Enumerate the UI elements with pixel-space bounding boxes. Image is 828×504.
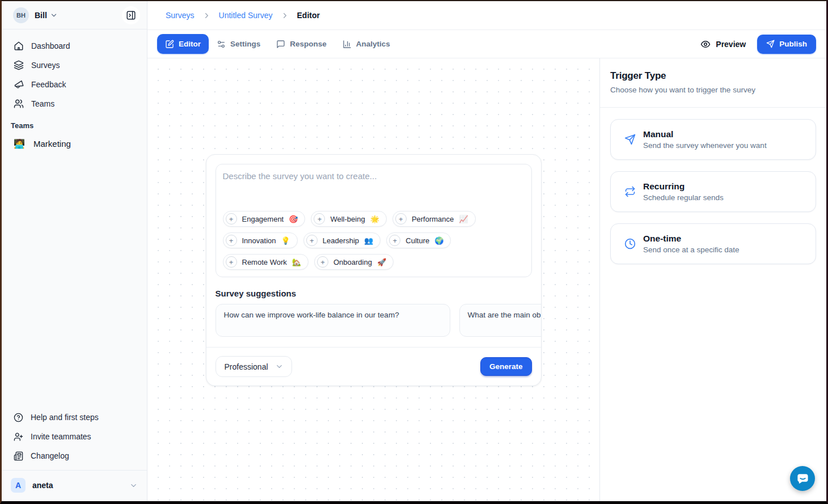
sidebar-item-changelog[interactable]: Changelog xyxy=(6,446,142,465)
topic-chip-leadership[interactable]: +Leadership👥 xyxy=(303,232,381,248)
sidebar-nav: Dashboard Surveys Feedback Teams xyxy=(2,29,147,113)
topic-chip-engagement[interactable]: +Engagement🎯 xyxy=(223,211,306,227)
generate-button[interactable]: Generate xyxy=(480,357,532,376)
option-description: Send the survey whenever you want xyxy=(643,141,767,150)
bulb-emoji-icon: 💡 xyxy=(281,236,290,245)
topic-chips: +Engagement🎯 +Well-being🌟 +Performance📈 … xyxy=(223,206,525,270)
publish-label: Publish xyxy=(779,40,807,48)
chip-label: Performance xyxy=(412,215,454,223)
topic-chip-well-being[interactable]: +Well-being🌟 xyxy=(311,211,386,227)
sidebar-item-marketing[interactable]: 🧑‍💻 Marketing xyxy=(2,133,147,154)
home-icon xyxy=(14,41,24,51)
chevron-right-icon xyxy=(281,11,289,20)
plus-icon: + xyxy=(226,213,237,225)
sidebar-item-teams[interactable]: Teams xyxy=(6,94,142,113)
plus-icon: + xyxy=(226,256,237,268)
chat-bubble-icon xyxy=(796,472,809,485)
star-emoji-icon: 🌟 xyxy=(370,215,379,223)
send-icon xyxy=(766,40,775,48)
publish-button[interactable]: Publish xyxy=(757,35,816,54)
topic-chip-remote-work[interactable]: +Remote Work🏡 xyxy=(223,254,309,270)
account-name: aneta xyxy=(32,481,53,490)
trigger-options-list: Manual Send the survey whenever you want… xyxy=(600,108,826,276)
trigger-type-panel: Trigger Type Choose how you want to trig… xyxy=(599,58,826,501)
tab-label: Response xyxy=(290,40,327,48)
topic-chip-culture[interactable]: +Culture🌍 xyxy=(386,232,451,248)
chip-label: Onboarding xyxy=(333,258,372,266)
bar-chart-icon xyxy=(343,40,352,49)
plus-icon: + xyxy=(306,235,318,246)
sidebar-footer: Help and first steps Invite teammates Ch… xyxy=(2,404,147,465)
option-title: Manual xyxy=(643,129,767,139)
topic-chip-onboarding[interactable]: +Onboarding🚀 xyxy=(314,254,394,270)
rocket-emoji-icon: 🚀 xyxy=(377,258,386,266)
chat-support-button[interactable] xyxy=(790,466,815,491)
team-name: Marketing xyxy=(33,139,71,149)
globe-emoji-icon: 🌍 xyxy=(434,236,443,245)
main-area: Surveys Untitled Survey Editor Editor xyxy=(147,1,826,501)
sidebar-item-surveys[interactable]: Surveys xyxy=(6,56,142,75)
house-emoji-icon: 🏡 xyxy=(292,258,301,266)
sidebar-item-dashboard[interactable]: Dashboard xyxy=(6,36,142,56)
tab-label: Editor xyxy=(179,40,201,48)
tab-analytics[interactable]: Analytics xyxy=(335,34,398,54)
eye-icon xyxy=(700,39,711,49)
help-circle-icon xyxy=(14,413,23,422)
trigger-option-one-time[interactable]: One-time Send once at a specific date xyxy=(610,223,816,264)
breadcrumb-surveys[interactable]: Surveys xyxy=(166,11,195,20)
plus-icon: + xyxy=(395,213,407,225)
chip-label: Innovation xyxy=(242,236,276,245)
teams-section-label: Teams xyxy=(2,113,147,133)
plus-icon: + xyxy=(314,213,325,225)
trigger-option-recurring[interactable]: Recurring Schedule regular sends xyxy=(610,171,816,212)
sidebar-item-invite[interactable]: Invite teammates xyxy=(6,427,142,446)
breadcrumb-untitled-survey[interactable]: Untitled Survey xyxy=(219,11,273,20)
layers-icon xyxy=(14,60,24,70)
tone-value: Professional xyxy=(225,362,268,371)
sidebar: BH Bill Dashboard Surv xyxy=(2,1,147,501)
account-menu[interactable]: A aneta xyxy=(6,476,142,494)
option-description: Schedule regular sends xyxy=(643,193,724,202)
trigger-option-manual[interactable]: Manual Send the survey whenever you want xyxy=(610,119,816,160)
plus-icon: + xyxy=(317,256,328,268)
clock-icon xyxy=(624,238,636,249)
tone-select[interactable]: Professional xyxy=(216,356,292,377)
composer-footer: Professional Generate xyxy=(206,347,541,386)
chip-label: Culture xyxy=(405,236,429,245)
sidebar-item-label: Feedback xyxy=(31,80,66,89)
suggestion-card[interactable]: What are the main ob xyxy=(459,304,541,337)
megaphone-icon xyxy=(14,79,24,90)
option-title: One-time xyxy=(643,234,740,244)
panel-subtitle: Choose how you want to trigger the surve… xyxy=(610,86,816,94)
sidebar-item-label: Dashboard xyxy=(31,41,70,50)
option-title: Recurring xyxy=(643,181,724,192)
workspace-switcher[interactable]: BH Bill xyxy=(2,1,147,29)
send-icon xyxy=(624,134,636,145)
collapse-sidebar-button[interactable] xyxy=(122,6,140,24)
preview-button[interactable]: Preview xyxy=(700,39,746,49)
tab-settings[interactable]: Settings xyxy=(209,34,268,54)
panel-title: Trigger Type xyxy=(610,70,816,82)
survey-description-input[interactable] xyxy=(223,171,525,206)
suggestions-title: Survey suggestions xyxy=(206,277,541,304)
suggestion-card[interactable]: How can we improve work-life balance in … xyxy=(216,304,450,337)
editor-canvas[interactable]: +Engagement🎯 +Well-being🌟 +Performance📈 … xyxy=(147,58,599,501)
trigger-panel-header: Trigger Type Choose how you want to trig… xyxy=(600,58,826,108)
plus-icon: + xyxy=(226,235,237,246)
chart-emoji-icon: 📈 xyxy=(459,215,468,223)
message-icon xyxy=(276,40,285,49)
target-emoji-icon: 🎯 xyxy=(289,215,298,223)
tab-response[interactable]: Response xyxy=(268,34,335,54)
topic-chip-innovation[interactable]: +Innovation💡 xyxy=(223,232,298,248)
sliders-icon xyxy=(217,40,226,49)
newspaper-icon xyxy=(14,451,23,461)
tab-editor[interactable]: Editor xyxy=(157,34,209,54)
sidebar-item-help[interactable]: Help and first steps xyxy=(6,408,142,427)
workspace-name: Bill xyxy=(35,11,47,20)
chevron-down-icon xyxy=(50,11,58,19)
sidebar-item-feedback[interactable]: Feedback xyxy=(6,75,142,94)
people-emoji-icon: 👥 xyxy=(364,236,373,245)
topic-chip-performance[interactable]: +Performance📈 xyxy=(392,211,476,227)
app-window: BH Bill Dashboard Surv xyxy=(0,0,828,504)
edit-icon xyxy=(165,40,174,49)
